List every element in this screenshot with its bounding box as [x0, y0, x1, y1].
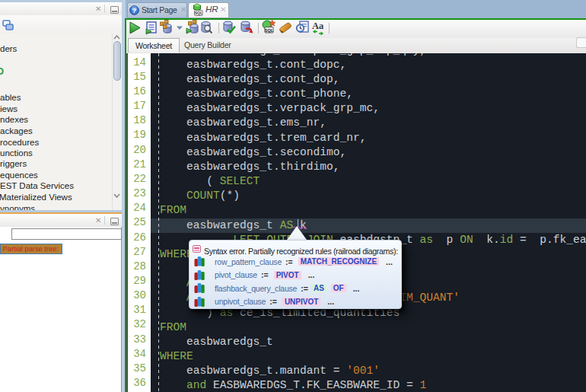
svg-text:Aa: Aa — [312, 21, 324, 31]
svg-text:SQL: SQL — [195, 11, 202, 15]
svg-text:?: ? — [132, 6, 137, 14]
svg-text:SQL: SQL — [265, 28, 274, 33]
